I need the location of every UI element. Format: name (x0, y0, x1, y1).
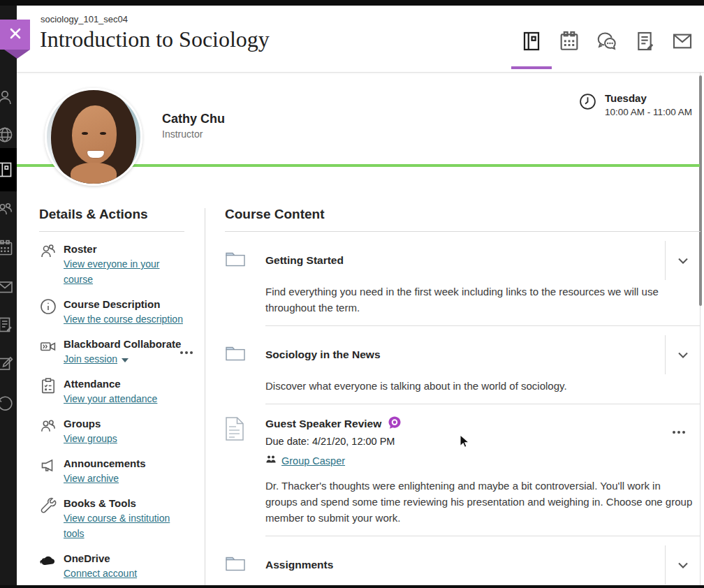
details-item-title: Attendance (64, 377, 184, 391)
profile-icon[interactable] (0, 88, 14, 106)
details-item-title: Books & Tools (64, 497, 184, 510)
history-icon[interactable] (0, 394, 14, 412)
details-item-title: Groups (64, 417, 184, 431)
content-item-description: Discover what everyone is talking about … (265, 378, 693, 394)
details-actions-panel: Details & Actions Roster View everyone i… (39, 207, 184, 581)
gradebook-icon (633, 30, 656, 55)
group-link[interactable]: Group Casper (281, 455, 345, 466)
caret-down-icon[interactable] (122, 353, 129, 365)
content-item-assignments: Assignments (225, 536, 701, 588)
details-item-title: Blackboard Collaborate (64, 337, 184, 351)
join-session-link[interactable]: Join session (64, 351, 117, 367)
messages-icon (671, 30, 694, 55)
info-icon (39, 297, 57, 316)
details-item-books-tools: Books & Tools View course & institution … (39, 497, 184, 541)
calendar-icon[interactable] (0, 239, 14, 257)
details-heading: Details & Actions (39, 207, 184, 222)
content-item-title[interactable]: Getting Started (265, 254, 665, 267)
folder-icon (225, 554, 246, 575)
globe-icon[interactable] (0, 126, 14, 144)
chevron-down-icon[interactable] (675, 346, 691, 363)
course-content-icon (520, 30, 543, 55)
calendar-icon (558, 30, 580, 55)
content-item-description: Dr. Thacker's thoughts were enlightening… (265, 478, 693, 526)
roster-link[interactable]: View everyone in your course (64, 258, 159, 285)
megaphone-icon (39, 457, 57, 475)
conversation-badge-icon[interactable] (388, 416, 402, 432)
attendance-link[interactable]: View your attendance (64, 393, 157, 404)
tab-discussions[interactable] (595, 31, 619, 54)
chevron-down-icon[interactable] (675, 557, 691, 573)
tab-calendar[interactable] (557, 31, 581, 54)
tab-gradebook[interactable] (633, 31, 657, 54)
details-item-attendance: Attendance View your attendance (39, 377, 184, 406)
window-bottom-edge (0, 585, 704, 588)
onedrive-link[interactable]: Connect account (64, 568, 137, 579)
details-item-title: Course Description (64, 297, 184, 311)
groups-icon[interactable] (0, 200, 14, 218)
books-tools-link[interactable]: View course & institution tools (64, 513, 170, 539)
course-content-heading: Course Content (225, 207, 701, 222)
folder-icon (225, 344, 246, 365)
details-item-title: Announcements (64, 457, 184, 471)
content-item-guest-speaker-review: Guest Speaker Review Due date: 4/21/20, … (225, 404, 701, 536)
close-icon (8, 27, 22, 43)
video-camera-icon (39, 337, 57, 355)
compose-icon[interactable] (0, 354, 14, 372)
attendance-icon (39, 377, 57, 395)
onedrive-cloud-icon (39, 552, 57, 570)
gradebook-icon[interactable] (0, 316, 14, 334)
course-id: sociology_101_sec04 (41, 14, 128, 24)
content-item-getting-started: Getting Started Find everything you need… (225, 232, 701, 325)
item-menu-ellipsis[interactable] (668, 428, 688, 436)
content-item-title[interactable]: Guest Speaker Review (265, 418, 381, 430)
panel-divider (205, 208, 205, 585)
groups-link[interactable]: View groups (64, 433, 117, 444)
schedule-time: 10:00 AM - 11:00 AM (605, 107, 692, 117)
details-item-announcements: Announcements View archive (39, 457, 184, 486)
app-sidebar (0, 6, 17, 585)
collaborate-menu-ellipsis[interactable] (175, 348, 196, 357)
details-item-course-description: Course Description View the course descr… (39, 297, 184, 327)
tab-messages[interactable] (670, 31, 694, 54)
instructor-name: Cathy Chu (162, 112, 225, 126)
course-content-icon[interactable] (0, 161, 14, 179)
details-item-roster: Roster View everyone in your course (39, 242, 184, 287)
wrench-icon (39, 497, 57, 515)
close-button[interactable] (0, 20, 30, 50)
tab-course-content[interactable] (520, 31, 543, 54)
instructor-role: Instructor (162, 128, 203, 140)
page-title: Introduction to Sociology (40, 27, 270, 52)
schedule-day: Tuesday (605, 92, 692, 104)
folder-icon (225, 250, 246, 271)
chevron-down-icon[interactable] (675, 252, 691, 269)
details-item-onedrive: OneDrive Connect account (39, 552, 184, 581)
course-header: sociology_101_sec04 Introduction to Soci… (17, 6, 704, 73)
document-icon (225, 432, 244, 443)
course-top-nav (520, 31, 694, 54)
content-item-description: Find everything you need in the first we… (265, 284, 693, 316)
course-description-link[interactable]: View the course description (64, 314, 183, 325)
details-item-collaborate: Blackboard Collaborate Join session (39, 337, 184, 367)
details-item-title: OneDrive (64, 552, 184, 566)
roster-icon (39, 242, 57, 260)
details-item-groups: Groups View groups (39, 417, 184, 446)
clock-icon (578, 92, 597, 117)
window-top-edge (0, 0, 704, 6)
content-item-sociology-news: Sociology in the News Discover what ever… (225, 326, 701, 404)
groups-icon (39, 417, 57, 435)
due-date: Due date: 4/21/20, 12:00 PM (265, 436, 402, 447)
content-item-title[interactable]: Sociology in the News (265, 348, 665, 361)
group-icon (265, 454, 277, 468)
messages-icon[interactable] (0, 278, 14, 296)
course-content-panel: Course Content Getting Started Find ever… (225, 207, 701, 588)
discussions-icon (596, 30, 618, 55)
announcements-link[interactable]: View archive (64, 473, 119, 484)
instructor-avatar (45, 88, 142, 186)
details-item-title: Roster (64, 242, 184, 256)
content-item-title[interactable]: Assignments (265, 559, 665, 571)
class-schedule: Tuesday 10:00 AM - 11:00 AM (578, 92, 692, 117)
